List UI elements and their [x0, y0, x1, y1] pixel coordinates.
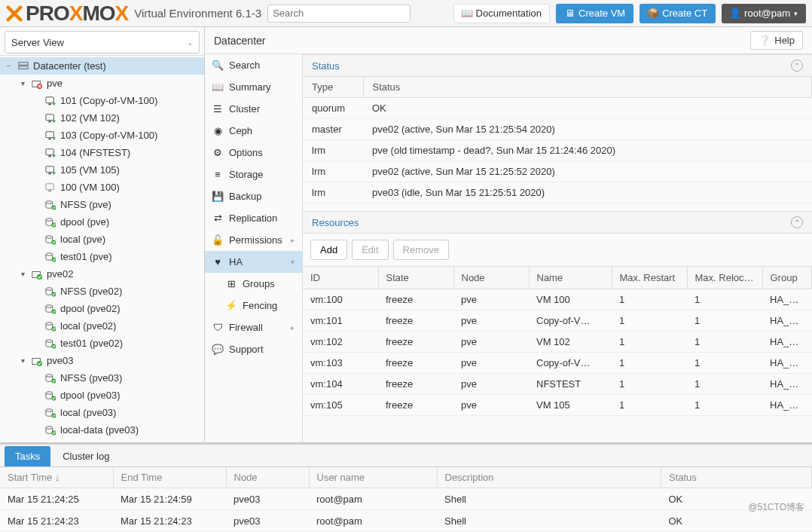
user-icon: 👤 [730, 8, 740, 19]
nav-backup[interactable]: 💾Backup [205, 185, 302, 207]
tree-item[interactable]: 104 (NFSTEST) [0, 144, 204, 161]
user-menu-button[interactable]: 👤 root@pam ▾ [722, 4, 806, 23]
col-desc[interactable]: Description [437, 467, 661, 488]
col-max-relocate[interactable]: Max. Reloc… [687, 267, 762, 289]
nav-replication[interactable]: ⇄Replication [205, 207, 302, 229]
cell: Mar 15 21:24:23 [0, 510, 113, 532]
tree-item[interactable]: dpool (pve) [0, 213, 204, 231]
status-row[interactable]: masterpve02 (active, Sun Mar 15 21:25:54… [303, 119, 812, 140]
nav-firewall[interactable]: 🛡Firewall▸ [205, 316, 302, 338]
col-type[interactable]: Type [303, 77, 363, 98]
tree-item[interactable]: test01 (pve) [0, 248, 204, 265]
edit-button[interactable]: Edit [352, 240, 388, 260]
nav-options[interactable]: ⚙Options [205, 142, 302, 164]
ha-row[interactable]: vm:104freezepveNFSTEST11HA_Grou [303, 374, 812, 395]
col-end[interactable]: End Time [113, 467, 226, 488]
nav-fencing[interactable]: ⚡Fencing [205, 295, 302, 316]
status-row[interactable]: quorumOK [303, 98, 812, 119]
ha-row[interactable]: vm:102freezepveVM 10211HA_Grou [303, 332, 812, 353]
col-id[interactable]: ID [303, 267, 378, 289]
status-row[interactable]: lrmpve02 (active, Sun Mar 15 21:25:52 20… [303, 161, 812, 182]
tree-item[interactable]: 101 (Copy-of-VM-100) [0, 92, 204, 109]
tree-item[interactable]: dpool (pve02) [0, 300, 204, 317]
status-row[interactable]: lrmpve (old timestamp - dead?, Sun Mar 1… [303, 140, 812, 161]
tree-item[interactable]: NFSS (pve02) [0, 283, 204, 300]
search-input[interactable] [267, 5, 411, 23]
create-vm-button[interactable]: 🖥 Create VM [556, 4, 633, 23]
ha-row[interactable]: vm:105freezepveVM 10511HA_Grou [303, 395, 812, 416]
col-status[interactable]: Status [363, 77, 812, 98]
col-max-restart[interactable]: Max. Restart [612, 267, 687, 289]
status-row[interactable]: lrmpve03 (idle, Sun Mar 15 21:25:51 2020… [303, 182, 812, 203]
cell: 1 [687, 310, 762, 332]
help-button[interactable]: ❔ Help [750, 31, 803, 50]
tree-item[interactable]: 103 (Copy-of-VM-100) [0, 127, 204, 144]
nav-storage[interactable]: ≡Storage [205, 164, 302, 185]
nav-summary[interactable]: 📖Summary [205, 76, 302, 98]
col-user[interactable]: User name [309, 467, 437, 488]
resource-buttons: Add Edit Remove [303, 234, 812, 266]
collapse-icon[interactable]: ⌃ [791, 60, 803, 72]
tree-item[interactable]: 100 (VM 100) [0, 179, 204, 196]
tree-item[interactable]: ▾pve02 [0, 265, 204, 283]
tree-item[interactable]: ▾pve [0, 75, 204, 92]
status-cell: pve (old timestamp - dead?, Sun Mar 15 2… [363, 140, 812, 161]
col-start[interactable]: Start Time ↓ [0, 467, 113, 488]
nav-search[interactable]: 🔍Search [205, 54, 302, 76]
tree-item[interactable]: local-data (pve03) [0, 421, 204, 439]
cell: vm:104 [303, 374, 378, 395]
nav-ceph[interactable]: ◉Ceph [205, 120, 302, 142]
nav-permissions[interactable]: 🔓Permissions▸ [205, 229, 302, 251]
col-name[interactable]: Name [529, 267, 612, 289]
tree-item[interactable]: test01 (pve03) [0, 439, 204, 442]
cluster-icon: ☰ [212, 104, 223, 115]
col-state[interactable]: State [378, 267, 453, 289]
tree-item[interactable]: 102 (VM 102) [0, 109, 204, 127]
tree-item[interactable]: local (pve03) [0, 404, 204, 421]
tree-item[interactable]: NFSS (pve03) [0, 369, 204, 387]
svg-point-17 [51, 205, 56, 209]
status-panel-header[interactable]: Status ⌃ [303, 54, 812, 77]
ha-row[interactable]: vm:103freezepveCopy-of-V…11HA_Grou [303, 353, 812, 374]
add-button[interactable]: Add [310, 240, 347, 260]
nav-support[interactable]: 💬Support [205, 338, 302, 360]
view-dropdown[interactable]: Server View ⌄ [5, 31, 200, 54]
tree-item[interactable]: local (pve) [0, 231, 204, 248]
tree-item[interactable]: local (pve02) [0, 317, 204, 335]
col-node[interactable]: Node [226, 467, 309, 488]
tree-item[interactable]: −Datacenter (test) [0, 57, 204, 75]
cell: 1 [612, 289, 687, 310]
svg-point-16 [46, 200, 53, 203]
nav-label: Permissions [229, 234, 282, 246]
resources-panel-header[interactable]: Resources ⌃ [303, 211, 812, 234]
tab-tasks[interactable]: Tasks [5, 446, 50, 466]
col-status[interactable]: Status [661, 467, 812, 488]
documentation-button[interactable]: 📖 Documentation [453, 4, 550, 23]
log-row[interactable]: Mar 15 21:24:23Mar 15 21:24:23pve03root@… [0, 510, 812, 532]
nav-ha[interactable]: ♥HA▾ [205, 251, 302, 273]
log-row[interactable]: Mar 15 21:24:25Mar 15 21:24:59pve03root@… [0, 488, 812, 510]
tree-item[interactable]: NFSS (pve) [0, 196, 204, 213]
svg-rect-9 [48, 138, 51, 139]
create-ct-button[interactable]: 📦 Create CT [640, 4, 716, 23]
ha-row[interactable]: vm:101freezepveCopy-of-V…11HA_Grou [303, 310, 812, 332]
tree-item[interactable]: dpool (pve03) [0, 387, 204, 404]
ha-row[interactable]: vm:100freezepveVM 10011HA_Grou [303, 289, 812, 310]
tree-item[interactable]: 105 (VM 105) [0, 161, 204, 179]
svg-rect-4 [46, 96, 54, 102]
col-group[interactable]: Group [762, 267, 812, 289]
storage-icon [45, 304, 56, 314]
tree-item[interactable]: ▾pve03 [0, 352, 204, 369]
tree-label: dpool (pve02) [60, 303, 121, 314]
remove-button[interactable]: Remove [393, 240, 449, 260]
collapse-icon[interactable]: ⌃ [791, 216, 803, 228]
col-node[interactable]: Node [453, 267, 529, 289]
nav-groups[interactable]: ⊞Groups [205, 273, 302, 295]
chevron-icon: ▸ [291, 323, 295, 332]
cell: Mar 15 21:24:59 [113, 488, 226, 510]
tab-cluster-log[interactable]: Cluster log [52, 446, 120, 466]
nav-cluster[interactable]: ☰Cluster [205, 98, 302, 120]
tree-item[interactable]: test01 (pve02) [0, 335, 204, 352]
status-cell: pve02 (active, Sun Mar 15 21:25:54 2020) [363, 119, 812, 140]
save-icon: 💾 [212, 191, 223, 202]
